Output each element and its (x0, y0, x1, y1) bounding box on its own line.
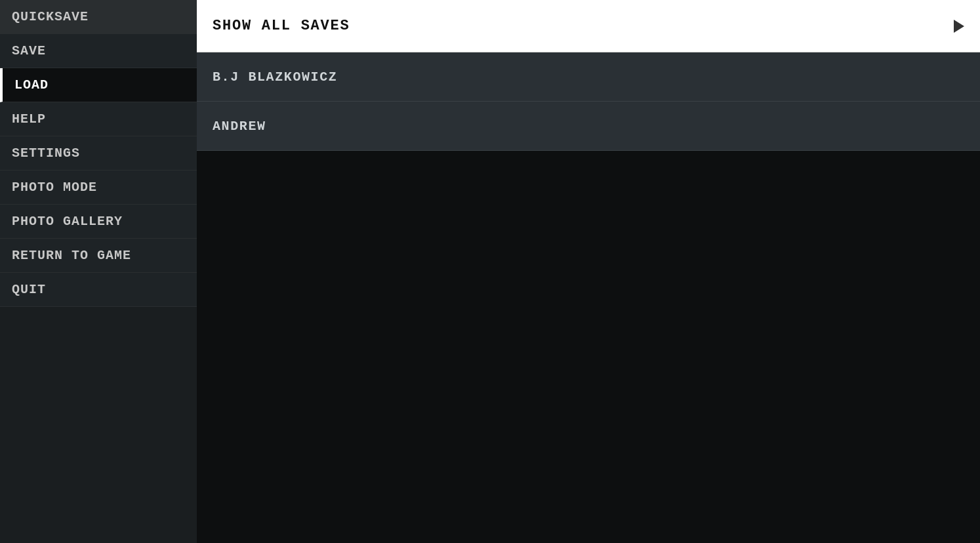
save-entry-name-andrew: ANDREW (213, 119, 266, 134)
sidebar-item-quit[interactable]: QUIT (0, 273, 197, 307)
sidebar-item-save[interactable]: SAVE (0, 34, 197, 68)
show-all-saves-button[interactable]: SHOW ALL SAVES (197, 0, 980, 52)
show-all-saves-label: SHOW ALL SAVES (213, 18, 947, 34)
sidebar: QUICKSAVESAVELOADHELPSETTINGSPHOTO MODEP… (0, 0, 197, 543)
sidebar-item-settings[interactable]: SETTINGS (0, 136, 197, 171)
sidebar-item-photo-mode[interactable]: PHOTO MODE (0, 171, 197, 205)
sidebar-item-quicksave[interactable]: QUICKSAVE (0, 0, 197, 34)
save-entry-name-bj: B.J BLAZKOWICZ (213, 70, 337, 85)
save-list: B.J BLAZKOWICZANDREW (197, 52, 980, 151)
sidebar-item-help[interactable]: HELP (0, 102, 197, 136)
save-entry-bj[interactable]: B.J BLAZKOWICZ (197, 52, 980, 102)
sidebar-item-load[interactable]: LOAD (0, 68, 197, 102)
sidebar-item-photo-gallery[interactable]: PHOTO GALLERY (0, 205, 197, 239)
save-entry-andrew[interactable]: ANDREW (197, 102, 980, 151)
sidebar-item-return-to-game[interactable]: RETURN TO GAME (0, 239, 197, 273)
arrow-right-icon (954, 20, 964, 33)
dark-area (197, 151, 980, 543)
main-content: SHOW ALL SAVES B.J BLAZKOWICZANDREW (197, 0, 980, 543)
